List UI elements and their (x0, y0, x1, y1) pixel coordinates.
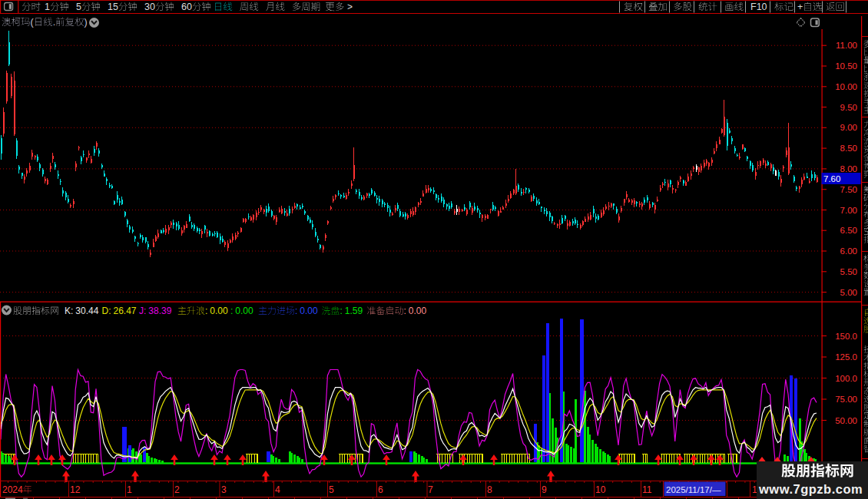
svg-text:11.00: 11.00 (836, 41, 857, 50)
svg-text:.: . (53, 17, 55, 28)
svg-text:D:: D: (102, 306, 111, 316)
svg-text:10.00: 10.00 (835, 82, 857, 91)
svg-text::: : (205, 306, 207, 316)
svg-text:+: + (797, 2, 803, 12)
svg-text:38.39: 38.39 (148, 306, 171, 316)
svg-text:100.0: 100.0 (835, 374, 857, 383)
svg-text:8.50: 8.50 (840, 144, 857, 153)
svg-text:11: 11 (642, 484, 652, 495)
svg-text:5.50: 5.50 (840, 267, 857, 276)
svg-text:0.00: 0.00 (210, 306, 228, 316)
svg-text:2024: 2024 (2, 484, 23, 495)
svg-text:www.7gpzb.com: www.7gpzb.com (758, 482, 863, 496)
svg-text::: : (295, 306, 297, 316)
svg-text:30: 30 (144, 2, 155, 12)
svg-text:30.44: 30.44 (75, 306, 98, 316)
svg-text:5.00: 5.00 (840, 288, 857, 297)
svg-text:>: > (347, 2, 353, 12)
svg-text:8: 8 (487, 484, 492, 495)
svg-text:50.00: 50.00 (835, 416, 857, 425)
svg-text:0.00: 0.00 (409, 306, 427, 316)
svg-text:F10: F10 (750, 2, 767, 12)
svg-text:1: 1 (45, 2, 50, 12)
svg-text:1: 1 (752, 484, 757, 495)
svg-text:9.50: 9.50 (840, 103, 857, 112)
svg-text:5: 5 (76, 2, 81, 12)
svg-text:125.0: 125.0 (835, 352, 857, 362)
svg-text:9.00: 9.00 (840, 123, 857, 132)
svg-text:150.0: 150.0 (835, 332, 857, 341)
svg-text:7.60: 7.60 (823, 174, 840, 183)
svg-text:1.59: 1.59 (345, 306, 363, 316)
svg-text:8.00: 8.00 (840, 164, 857, 173)
svg-text:1: 1 (127, 484, 132, 495)
svg-text:2: 2 (174, 484, 180, 495)
svg-text::: : (404, 306, 406, 316)
svg-text::: : (230, 306, 233, 316)
svg-text:7: 7 (428, 484, 433, 495)
svg-text:6.00: 6.00 (840, 246, 857, 256)
svg-text:7.00: 7.00 (840, 206, 857, 215)
svg-text:10.50: 10.50 (835, 61, 857, 71)
svg-text::: : (340, 306, 343, 316)
svg-text:K:: K: (65, 306, 73, 316)
svg-text:3: 3 (221, 484, 227, 495)
svg-text:60: 60 (181, 2, 192, 12)
svg-text:9: 9 (542, 484, 547, 495)
svg-text:12: 12 (70, 484, 81, 495)
svg-text:7.50: 7.50 (840, 185, 857, 194)
svg-text:5: 5 (329, 484, 334, 495)
svg-text:15: 15 (108, 2, 118, 12)
svg-text:10: 10 (595, 484, 606, 495)
svg-text:4: 4 (275, 484, 280, 495)
svg-text:75.00: 75.00 (835, 395, 857, 404)
svg-text:0.00: 0.00 (300, 306, 318, 316)
svg-text:0.00: 0.00 (235, 306, 253, 316)
svg-text:2025/11/17/—: 2025/11/17/— (666, 485, 721, 494)
svg-text:): ) (84, 17, 88, 28)
svg-text:6.50: 6.50 (840, 226, 857, 235)
svg-text:J:: J: (139, 306, 146, 316)
svg-text:26.47: 26.47 (114, 306, 137, 316)
svg-text:6: 6 (378, 484, 383, 495)
